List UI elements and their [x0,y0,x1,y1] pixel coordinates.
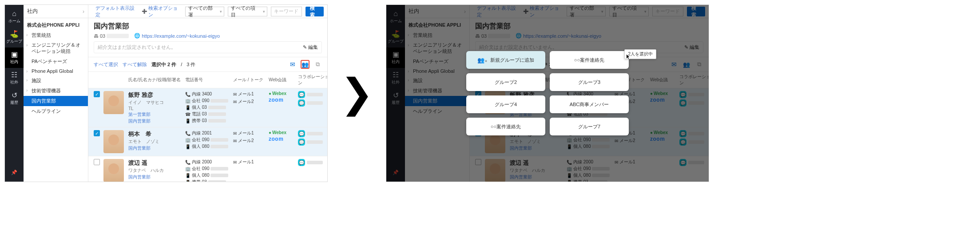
transition-arrow: ❯ [340,73,373,113]
webex-link[interactable]: ●Webex [269,130,298,135]
person-name[interactable]: 渡辺 遥 [128,159,185,167]
phone-icon: 📞 [185,160,190,165]
group-card[interactable]: ○○案件連絡先 [466,118,545,135]
group-card[interactable]: グループ7 [550,118,629,135]
tree-item[interactable]: ›国内営業部 [24,96,88,106]
col-collab: コラボレーション [298,74,328,86]
collab-link[interactable]: 💬 [298,130,327,137]
col-name: 氏名/氏名カナ/役職/部署名 [128,77,185,83]
dept-url[interactable]: 🌐https://example.com/~kokunai-eigyo [134,33,220,39]
mail-icon: ✉ [233,99,237,104]
phone-line[interactable]: 📞内線 2000 [185,159,233,165]
group-card[interactable]: 👥₊新規グループに追加 [466,51,545,69]
tree-item[interactable]: ›営業統括 [24,30,88,40]
webex-link[interactable]: ●Webex [269,91,298,96]
phone-line[interactable]: 📱携帯 03 [185,179,233,182]
group-card-label: ○○案件連絡先 [491,123,521,130]
group-card-label: ABC商事メンバー [570,101,609,108]
row-checkbox[interactable] [94,159,100,165]
row-checkbox[interactable]: ✓ [94,91,100,97]
mail-link[interactable]: ✉メール1 [233,130,269,136]
search-button[interactable]: 検索 [306,7,324,16]
tree-item[interactable]: ›技術管理機器 [24,86,88,96]
default-display-link[interactable]: デフォルト表示設定 [95,5,138,18]
sidebar-head[interactable]: 社内› [24,5,88,18]
person-name[interactable]: 飯野 雅彦 [128,91,185,99]
copy-icon[interactable]: ⧉ [313,60,322,69]
bulk-mail-icon[interactable]: ✉ [288,60,297,69]
rail-item-2[interactable]: ▣社内 [5,48,24,68]
row-checkbox[interactable]: ✓ [94,130,100,136]
phone-line[interactable]: 🏢会社 090 [185,166,233,172]
collab-link[interactable]: 💬 [298,91,327,98]
rail-item-0[interactable]: ⌂ホーム [5,7,24,27]
avatar[interactable] [103,130,124,153]
mail-icon: ✉ [233,131,237,136]
group-card[interactable]: ABC商事メンバー [550,95,629,113]
collab-link[interactable]: 💬 [298,139,327,146]
phone-line[interactable]: 🏢会社 090 [185,98,233,104]
phone-line[interactable]: 🏢会社 090 [185,137,233,143]
zoom-link[interactable]: zoom [269,97,298,103]
tree-item[interactable]: ›Phone Appli Global [24,67,88,75]
pin-icon[interactable]: 📌 [5,163,24,182]
tree-item[interactable]: ›PAベンチャーズ [24,56,88,67]
dept-dropdown[interactable]: すべての部署 [185,7,224,16]
avatar[interactable] [103,159,124,182]
group-card[interactable]: グループ2 [466,73,545,91]
chat-icon: 💬 [298,91,305,98]
group-card[interactable]: グループ4 [466,95,545,113]
phone-line[interactable]: 📱携帯 03 [185,118,233,124]
mail-link[interactable]: ✉メール2 [233,99,269,105]
person-kana: エモト ノゾミ [128,139,185,145]
rail-item-1[interactable]: ⛳グループ [5,27,24,48]
collab-link[interactable]: 💬 [298,159,327,166]
person-kana: ワタナベ ハルカ [128,167,185,174]
tree-item[interactable]: ›エンジニアリング＆オペレーション統括 [24,40,88,56]
add-to-group-icon[interactable]: 👥 [301,60,309,69]
select-all-link[interactable]: すべて選択 [94,61,118,68]
phone-icon: 🏢 [185,138,190,143]
avatar[interactable] [103,91,124,114]
table-row: 渡辺 遥ワタナベ ハルカ国内営業部📞内線 2000🏢会社 090📱個人 080📱… [88,156,327,182]
field-dropdown[interactable]: すべての項目 [228,7,267,16]
phone-line[interactable]: 📱個人 080 [185,143,233,150]
keyword-input[interactable]: キーワード [271,7,302,16]
person-dept-link[interactable]: 国内営業部 [128,145,185,151]
edit-button[interactable]: ✎編集 [303,44,318,51]
cursor-icon [625,54,631,60]
rail-item-3[interactable]: ☷社外 [5,68,24,88]
search-options-link[interactable]: ➕検索オプション [142,5,182,18]
phone-line[interactable]: 📞内線 2001 [185,130,233,136]
group-card-label: ○○案件連絡先 [574,57,604,63]
tree-item-label: PAベンチャーズ [32,58,67,65]
dept-description-text: 紹介文はまだ設定されていません。 [98,44,176,51]
person-dept-link[interactable]: 国内営業部 [128,118,185,124]
person-dept-link[interactable]: 第一営業部 [128,111,185,118]
phone-icon: 🏢 [185,167,190,171]
phone-line[interactable]: 📱個人 03 [185,104,233,111]
person-name[interactable]: 柄本 希 [128,130,185,138]
collab-link[interactable]: 💬 [298,99,327,107]
modal-overlay[interactable]: 👥₊新規グループに追加○○案件連絡先2人を選択中グループ2グループ3グループ4A… [386,5,709,182]
rail-item-4[interactable]: ↺履歴 [5,88,24,109]
zoom-link[interactable]: zoom [269,136,298,142]
add-group-icon: 👥₊ [477,57,488,63]
chevron-right-icon: › [26,78,28,83]
phone-line[interactable]: ☎電話 03 [185,111,233,117]
tree-item[interactable]: ›ヘルプライン [24,106,88,116]
mail-link[interactable]: ✉メール1 [233,159,269,165]
group-card[interactable]: ○○案件連絡先2人を選択中 [550,51,629,69]
tree-item[interactable]: ›施設 [24,75,88,86]
deselect-all-link[interactable]: すべて解除 [123,61,147,68]
phone-line[interactable]: 📞内線 3400 [185,91,233,97]
main: デフォルト表示設定➕検索オプションすべての部署すべての項目キーワード検索国内営業… [88,5,327,182]
group-card-label: 新規グループに追加 [490,57,534,63]
phone-line[interactable]: 📱個人 080 [185,172,233,178]
person-dept-link[interactable]: 国内営業部 [128,174,185,180]
group-card[interactable]: グループ3 [550,73,629,91]
chat-icon: 💬 [298,130,305,137]
mail-link[interactable]: ✉メール1 [233,91,269,97]
mail-icon: ✉ [233,160,237,165]
mail-link[interactable]: ✉メール2 [233,138,269,144]
